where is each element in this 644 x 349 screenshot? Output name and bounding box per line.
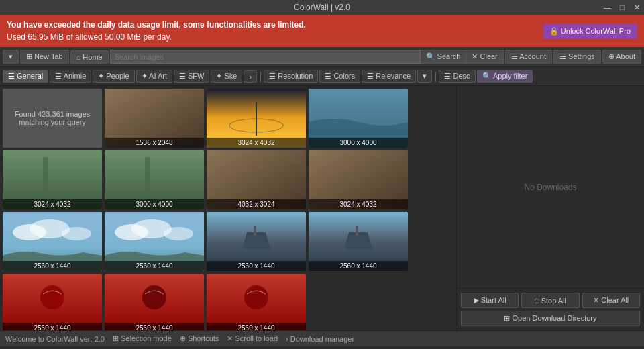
apply-filter-button[interactable]: 🔍 Apply filter: [477, 70, 533, 83]
app-title: ColorWall | v2.0: [294, 3, 350, 12]
image-thumbnail[interactable]: 2560 x 1440: [105, 274, 204, 330]
clear-button[interactable]: ✕ Clear: [466, 50, 503, 64]
image-size-label: 2560 x 1440: [309, 261, 408, 271]
stop-all-button[interactable]: □ Stop All: [521, 293, 579, 308]
svg-point-26: [40, 285, 64, 309]
found-count-box: Found 423,361 images matching your query: [3, 89, 102, 148]
image-size-label: 4032 x 3024: [207, 199, 306, 209]
svg-point-18: [164, 227, 193, 240]
image-size-label: 1536 x 2048: [105, 138, 204, 148]
alert-banner: You have exceeded the daily data usage l…: [0, 15, 644, 47]
maximize-button[interactable]: □: [614, 0, 629, 15]
start-all-button[interactable]: ▶ Start All: [461, 293, 519, 308]
image-thumbnail[interactable]: 3000 x 4000: [309, 89, 408, 148]
found-text: Found 423,361 images: [15, 110, 91, 118]
filter-separator: |: [259, 70, 262, 83]
download-manager[interactable]: › Download manager: [286, 335, 354, 343]
alert-text: You have exceeded the daily data usage l…: [7, 19, 543, 43]
svg-rect-6: [43, 157, 48, 197]
image-size-label: 3000 x 4000: [105, 199, 204, 209]
image-thumbnail[interactable]: 1536 x 2048: [105, 89, 204, 148]
image-size-label: 2560 x 1440: [207, 261, 306, 271]
minimize-button[interactable]: —: [600, 0, 614, 15]
filter-general[interactable]: ☰ General: [3, 70, 48, 83]
filter-more2[interactable]: ▾: [417, 70, 432, 83]
image-grid: Found 423,361 images matching your query…: [0, 86, 456, 330]
scroll-to-load[interactable]: ✕ Scroll to load: [227, 334, 278, 343]
main-area: Found 423,361 images matching your query…: [0, 86, 644, 330]
toolbar: ▾ ⊞ New Tab ⌂ Home 🔍 Search ✕ Clear ☰ Ac…: [0, 47, 644, 67]
alert-line2: Used 65,95 MiB of allowed 50,00 MiB per …: [7, 32, 172, 42]
filter-sfw[interactable]: ☰ SFW: [174, 70, 210, 83]
filter-more[interactable]: ›: [244, 70, 257, 83]
image-thumbnail[interactable]: 2560 x 1440: [207, 212, 306, 271]
image-thumbnail[interactable]: 2560 x 1440: [309, 212, 408, 271]
filter-resolution[interactable]: ☰ Resolution: [264, 70, 318, 83]
filter-sketch[interactable]: ✦ Ske: [211, 70, 242, 83]
search-input[interactable]: [110, 50, 421, 64]
settings-button[interactable]: ☰ Settings: [553, 50, 601, 64]
download-controls: ▶ Start All □ Stop All ✕ Clear All ⊞ Ope…: [457, 288, 644, 330]
selection-mode[interactable]: ⊞ Selection mode: [113, 334, 172, 343]
filter-bar: ☰ General ☰ Animie ✦ People ✦ AI Art ☰ S…: [0, 67, 644, 86]
search-button[interactable]: 🔍 Search: [421, 50, 467, 64]
unlock-button[interactable]: 🔓 Unlock ColorWall Pro: [543, 23, 637, 39]
image-size-label: 3024 x 4032: [3, 199, 102, 209]
image-thumbnail[interactable]: 3000 x 4000: [105, 150, 204, 209]
shortcuts-item[interactable]: ⊕ Shortcuts: [180, 334, 219, 343]
filter-relevance[interactable]: ☰ Relevance: [362, 70, 416, 83]
right-panel: No Downloads ▶ Start All □ Stop All ✕ Cl…: [456, 86, 644, 330]
open-directory-button[interactable]: ⊞ Open Download Directory: [461, 311, 640, 326]
account-button[interactable]: ☰ Account: [505, 50, 552, 64]
image-thumbnail[interactable]: 4032 x 3024: [207, 150, 306, 209]
image-thumbnail[interactable]: 3024 x 4032: [309, 150, 408, 209]
image-size-label: 2560 x 1440: [3, 261, 102, 271]
image-thumbnail[interactable]: 2560 x 1440: [3, 274, 102, 330]
image-size-label: 2560 x 1440: [105, 323, 204, 330]
image-thumbnail[interactable]: 2560 x 1440: [105, 212, 204, 271]
svg-rect-21: [254, 226, 256, 236]
search-container: 🔍 Search ✕ Clear: [110, 50, 504, 64]
filter-desc[interactable]: ☰ Desc: [439, 70, 475, 83]
clear-all-button[interactable]: ✕ Clear All: [582, 293, 640, 308]
status-bar: Welcome to ColorWall ver: 2.0 ⊞ Selectio…: [0, 330, 644, 346]
alert-line1: You have exceeded the daily data usage l…: [7, 20, 306, 30]
svg-point-28: [142, 285, 166, 309]
downloads-area: No Downloads: [457, 86, 644, 288]
home-button[interactable]: ⌂ Home: [70, 50, 109, 64]
dl-btn-row1: ▶ Start All □ Stop All ✕ Clear All: [461, 293, 640, 308]
dropdown-button[interactable]: ▾: [3, 50, 19, 64]
svg-point-14: [62, 227, 91, 240]
filter-ai-art[interactable]: ✦ AI Art: [136, 70, 172, 83]
svg-point-30: [244, 285, 268, 309]
image-thumbnail[interactable]: 2560 x 1440: [207, 274, 306, 330]
image-size-label: 3024 x 4032: [207, 138, 306, 148]
image-size-label: 3000 x 4000: [309, 138, 408, 148]
title-bar: ColorWall | v2.0 — □ ✕: [0, 0, 644, 15]
image-size-label: 2560 x 1440: [3, 323, 102, 330]
filter-separator2: |: [434, 70, 437, 83]
filter-animie[interactable]: ☰ Animie: [50, 70, 91, 83]
about-button[interactable]: ⊕ About: [602, 50, 641, 64]
no-downloads-text: No Downloads: [524, 183, 576, 192]
image-size-label: 2560 x 1440: [207, 323, 306, 330]
filter-people[interactable]: ✦ People: [93, 70, 134, 83]
svg-rect-8: [145, 157, 150, 197]
image-thumbnail[interactable]: 3024 x 4032: [207, 89, 306, 148]
image-size-label: 3024 x 4032: [309, 199, 408, 209]
filter-colors[interactable]: ☰ Colors: [319, 70, 360, 83]
image-size-label: 2560 x 1440: [105, 261, 204, 271]
close-button[interactable]: ✕: [629, 0, 644, 15]
found-subtext: matching your query: [15, 118, 91, 126]
new-tab-button[interactable]: ⊞ New Tab: [20, 50, 69, 64]
welcome-text: Welcome to ColorWall ver: 2.0: [5, 335, 105, 343]
svg-rect-24: [356, 226, 358, 236]
image-thumbnail[interactable]: 2560 x 1440: [3, 212, 102, 271]
image-thumbnail[interactable]: 3024 x 4032: [3, 150, 102, 209]
dl-btn-row2: ⊞ Open Download Directory: [461, 311, 640, 326]
